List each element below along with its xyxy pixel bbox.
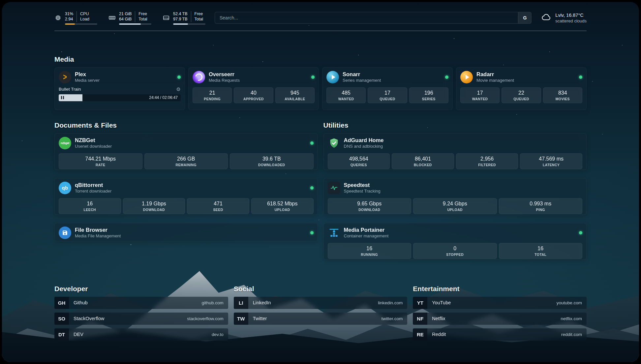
section-title-social: Social [234, 285, 408, 293]
bookmark-github[interactable]: GH Github github.com [54, 297, 228, 309]
bookmark-linkedin[interactable]: LI LinkedIn linkedin.com [234, 297, 408, 309]
app-card-overseerr[interactable]: Overseerr Media Requests 21 PENDING 40 A… [188, 67, 319, 110]
pause-icon[interactable] [61, 96, 64, 99]
stat-box: 21 PENDING [193, 87, 232, 103]
bookmark-reddit[interactable]: RE Reddit reddit.com [413, 328, 587, 341]
developer-column: Developer GH Github github.com SO StackO… [54, 285, 228, 341]
app-card-portainer[interactable]: Media Portainer Container management 16 … [323, 223, 587, 260]
stat-box: 39.6 TB DOWNLOADED [230, 153, 314, 169]
app-title: AdGuard Home [344, 137, 384, 143]
linkedin-abbr-tile: LI [234, 297, 248, 309]
cpu-progress-bar [65, 23, 97, 25]
stars-snow-specks [2, 2, 3, 3]
app-title: NZBGet [75, 137, 112, 143]
app-card-sonarr[interactable]: Sonarr Series management 485 WANTED 17 Q… [322, 67, 453, 110]
status-online-dot [310, 231, 314, 234]
stat-box: 9.65 Gbps DOWNLOAD [328, 198, 412, 214]
netflix-abbr-tile: NF [413, 313, 427, 325]
stat-box: 16 TOTAL [499, 243, 583, 259]
app-card-plex[interactable]: Plex Media server Bullet Train ⚙ 24:44 /… [54, 67, 185, 110]
search-engine-button[interactable]: G [518, 12, 531, 23]
reddit-abbr-tile: RE [413, 328, 427, 341]
github-abbr-tile: GH [54, 297, 69, 309]
stat-box: 17 QUEUED [368, 87, 407, 103]
app-card-qbittorrent[interactable]: qb qBittorrent Torrent downloader 16 LEE… [54, 178, 318, 215]
ram-free-value: 21 GiB [119, 11, 132, 16]
disk-widget: 52.4 TB 97.9 TB Free Total [163, 11, 205, 25]
search-bar[interactable]: G [215, 12, 532, 24]
plex-seek-bar[interactable]: 24:44 / 02:06:47 [59, 94, 181, 101]
cpu-load-label: Load [80, 16, 89, 22]
app-subtitle: Media File Management [75, 233, 121, 238]
app-title: Plex [75, 71, 100, 77]
search-input[interactable] [215, 12, 518, 23]
social-column: Social LI LinkedIn linkedin.com TW Twitt… [234, 285, 408, 341]
dashboard: 31% 2.94 CPU Load [2, 2, 639, 362]
filebrowser-logo-icon [59, 227, 71, 239]
app-title: Radarr [476, 71, 514, 77]
stat-box: 945 AVAILABLE [275, 87, 315, 103]
app-card-nzbget[interactable]: nzbget NZBGet Usenet downloader 744.21 M… [54, 133, 318, 170]
disk-total-label: Total [195, 16, 203, 22]
stat-box: 744.21 Mbps RATE [59, 153, 142, 169]
stat-box: 485 WANTED [326, 87, 366, 103]
ram-total-value: 64 GiB [119, 16, 132, 22]
stat-box: 618.52 Mbps UPLOAD [251, 198, 314, 214]
disk-free-value: 52.4 TB [173, 11, 188, 16]
memory-icon [108, 14, 116, 21]
app-subtitle: Usenet downloader [75, 144, 112, 149]
sonarr-logo-icon [326, 71, 339, 83]
stat-box: 86,401 BLOCKED [392, 153, 454, 169]
youtube-abbr-tile: YT [413, 297, 427, 309]
bookmark-youtube[interactable]: YT YouTube youtube.com [413, 297, 587, 309]
app-title: Overseerr [209, 71, 240, 77]
section-title-documents: Documents & Files [54, 121, 318, 129]
status-online-dot [445, 76, 448, 79]
status-online-dot [579, 231, 582, 234]
status-online-dot [311, 76, 315, 79]
stat-box: 40 APPROVED [234, 87, 273, 103]
qbittorrent-logo-icon: qb [59, 182, 71, 194]
entertainment-column: Entertainment YT YouTube youtube.com NF … [413, 285, 587, 341]
stat-box: 0.993 ms PING [499, 198, 583, 214]
app-title: Sonarr [343, 71, 381, 77]
disk-progress-bar [173, 23, 205, 25]
bookmark-stackoverflow[interactable]: SO StackOverflow stackoverflow.com [54, 313, 228, 325]
app-subtitle: Media server [75, 78, 100, 83]
gear-icon[interactable]: ⚙ [176, 87, 181, 92]
bookmark-twitter[interactable]: TW Twitter twitter.com [234, 313, 408, 325]
ram-widget: 21 GiB 64 GiB Free Total [108, 11, 151, 25]
app-title: Speedtest [344, 182, 381, 188]
app-card-filebrowser[interactable]: File Browser Media File Management [54, 223, 318, 241]
app-card-adguard[interactable]: AdGuard Home DNS and adblocking 498,564 … [323, 133, 587, 170]
app-card-radarr[interactable]: Radarr Movie management 17 WANTED 22 QUE… [456, 67, 587, 110]
app-subtitle: Movie management [476, 78, 514, 83]
weather-location: Lviv, 16.87°C [555, 13, 587, 18]
section-title-media: Media [54, 55, 587, 63]
bookmark-dev[interactable]: DT DEV dev.to [54, 328, 228, 341]
stat-box: 0 STOPPED [413, 243, 497, 259]
app-title: Media Portainer [344, 227, 389, 233]
cpu-usage-value: 31% [65, 11, 73, 16]
overseerr-logo-icon [193, 71, 205, 83]
disk-total-value: 97.9 TB [173, 16, 188, 22]
status-online-dot [177, 76, 181, 79]
bookmark-netflix[interactable]: NF Netflix netflix.com [413, 313, 587, 325]
cpu-label: CPU [80, 11, 89, 16]
section-title-developer: Developer [54, 285, 228, 293]
plex-logo-icon [59, 71, 71, 83]
status-online-dot [310, 141, 314, 145]
status-online-dot [310, 186, 314, 190]
nzbget-logo-icon: nzbget [59, 137, 71, 149]
stat-box: 16 RUNNING [328, 243, 412, 259]
cpu-chip-icon [54, 14, 62, 21]
hard-drive-icon [163, 14, 170, 21]
portainer-logo-icon [328, 227, 340, 239]
playback-time: 24:44 / 02:06:47 [149, 95, 178, 100]
disk-free-label: Free [195, 11, 203, 16]
stat-box: 9.24 Gbps UPLOAD [413, 198, 497, 214]
section-title-entertainment: Entertainment [413, 285, 587, 293]
stat-box: 2,956 FILTERED [456, 153, 518, 169]
cloud-icon [541, 12, 551, 24]
app-card-speedtest[interactable]: Speedtest Speedtest Tracking 9.65 Gbps D… [323, 178, 587, 215]
